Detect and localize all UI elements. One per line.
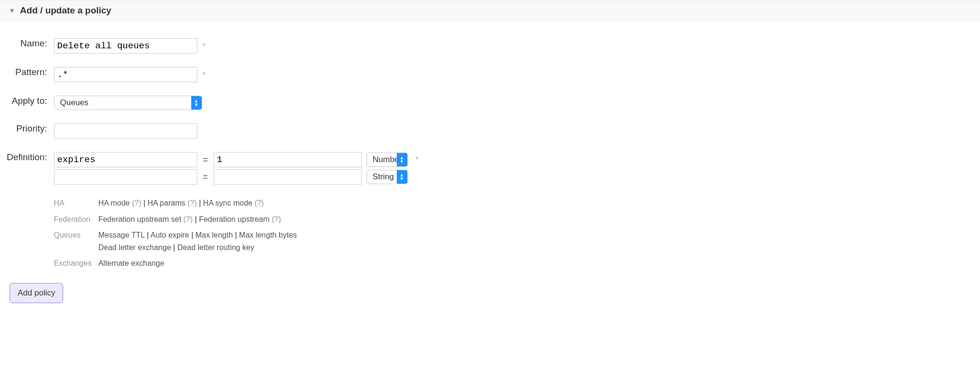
definition-type-select[interactable]: Numbe ▲▼ (367, 153, 408, 167)
definition-value-input[interactable] (214, 152, 362, 167)
definition-type-select[interactable]: String ▲▼ (367, 170, 408, 184)
pattern-input[interactable] (54, 67, 197, 82)
equals-sign: = (202, 172, 209, 182)
apply-to-select[interactable]: Queues ▲▼ (54, 96, 202, 110)
definition-row: = Numbe ▲▼ * (54, 152, 419, 167)
hint-dead-letter-routing-key[interactable]: Dead letter routing key (177, 243, 254, 251)
help-icon[interactable]: (?) (254, 199, 264, 207)
hint-auto-expire[interactable]: Auto expire (151, 231, 189, 239)
hint-ha-mode[interactable]: HA mode (98, 199, 130, 207)
label-priority: Priority: (5, 121, 52, 150)
select-arrows-icon: ▲▼ (397, 170, 407, 184)
label-apply-to: Apply to: (5, 94, 52, 121)
definition-key-input[interactable] (54, 169, 197, 185)
hint-ha-params[interactable]: HA params (148, 199, 185, 207)
hint-category-queues: Queues (54, 227, 98, 255)
help-icon[interactable]: (?) (272, 215, 281, 223)
hint-max-length[interactable]: Max length (196, 231, 233, 239)
definition-hints: HA HA mode (?) | HA params (?) | HA sync… (54, 195, 304, 272)
section-header-add-update-policy[interactable]: ▼ Add / update a policy (0, 0, 980, 21)
hint-category-ha: HA (54, 195, 98, 211)
definition-type-value: String (367, 170, 397, 184)
hint-max-length-bytes[interactable]: Max length bytes (239, 231, 297, 239)
label-pattern: Pattern: (5, 65, 52, 94)
definition-type-value: Numbe (367, 153, 397, 166)
chevron-down-icon: ▼ (9, 7, 15, 14)
help-icon[interactable]: (?) (184, 215, 193, 223)
hint-dead-letter-exchange[interactable]: Dead letter exchange (98, 243, 171, 251)
equals-sign: = (202, 155, 209, 165)
mandatory-mark: * (413, 154, 419, 165)
add-policy-button[interactable]: Add policy (10, 283, 63, 303)
priority-input[interactable] (54, 123, 197, 139)
name-input[interactable] (54, 38, 197, 54)
definition-row: = String ▲▼ (54, 169, 419, 185)
help-icon[interactable]: (?) (132, 199, 142, 207)
definition-value-input[interactable] (214, 169, 362, 185)
hint-message-ttl[interactable]: Message TTL (98, 231, 145, 239)
definition-key-input[interactable] (54, 152, 197, 167)
hint-ha-sync-mode[interactable]: HA sync mode (203, 199, 252, 207)
select-arrows-icon: ▲▼ (397, 153, 407, 166)
hint-category-exchanges: Exchanges (54, 255, 98, 272)
hint-alternate-exchange[interactable]: Alternate exchange (98, 259, 164, 267)
label-name: Name: (5, 36, 52, 65)
section-title: Add / update a policy (20, 5, 111, 16)
mandatory-mark: * (199, 41, 206, 51)
label-definition: Definition: (5, 150, 52, 273)
hint-federation-upstream[interactable]: Federation upstream (199, 215, 270, 223)
apply-to-selected-value: Queues (54, 96, 191, 109)
select-arrows-icon: ▲▼ (191, 96, 202, 109)
policy-form: Name: * Pattern: * Apply to: Queues ▲▼ (0, 21, 980, 317)
help-icon[interactable]: (?) (187, 199, 197, 207)
mandatory-mark: * (199, 70, 206, 80)
hint-federation-upstream-set[interactable]: Federation upstream set (98, 215, 181, 223)
hint-category-federation: Federation (54, 211, 98, 228)
